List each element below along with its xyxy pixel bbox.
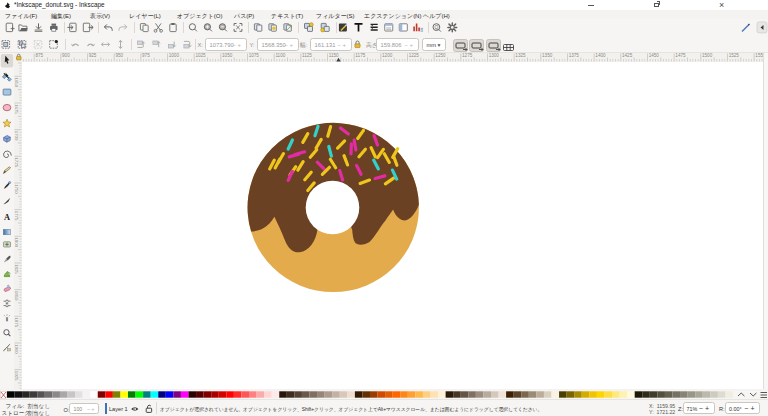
svg-text:1200: 1200 [382, 53, 393, 58]
svg-text:1325: 1325 [515, 53, 526, 58]
svg-text:1375: 1375 [569, 53, 580, 58]
svg-text:A: A [4, 213, 10, 222]
svg-text:1675: 1675 [14, 104, 19, 114]
svg-text:1925: 1925 [14, 371, 19, 381]
svg-text:1275: 1275 [462, 53, 473, 58]
svg-text:1775: 1775 [14, 211, 19, 221]
svg-text:975: 975 [142, 53, 150, 58]
svg-text:925: 925 [89, 53, 97, 58]
svg-text:1250: 1250 [435, 53, 446, 58]
svg-text:1475: 1475 [675, 53, 686, 58]
svg-text:1825: 1825 [14, 264, 19, 274]
svg-text:1400: 1400 [595, 53, 606, 58]
svg-text:875: 875 [35, 53, 43, 58]
svg-text:1350: 1350 [542, 53, 553, 58]
svg-text:900: 900 [62, 53, 70, 58]
svg-text:1125: 1125 [302, 53, 312, 58]
svg-text:1300: 1300 [489, 53, 500, 58]
svg-text:1425: 1425 [622, 53, 633, 58]
svg-text:1900: 1900 [14, 344, 19, 354]
svg-text:950: 950 [115, 53, 123, 58]
svg-text:1000: 1000 [169, 53, 180, 58]
svg-text:1150: 1150 [329, 53, 339, 58]
svg-text:1525: 1525 [729, 53, 740, 58]
svg-text:1875: 1875 [14, 317, 19, 327]
svg-text:1225: 1225 [409, 53, 420, 58]
svg-text:1075: 1075 [249, 53, 260, 58]
svg-text:1850: 1850 [14, 291, 19, 301]
svg-text:1175: 1175 [355, 53, 365, 58]
svg-text:1025: 1025 [195, 53, 206, 58]
svg-text:1500: 1500 [702, 53, 713, 58]
svg-text:1650: 1650 [14, 78, 19, 88]
svg-text:1725: 1725 [14, 157, 19, 167]
svg-text:1700: 1700 [14, 131, 19, 141]
svg-text:1050: 1050 [222, 53, 233, 58]
svg-text:1450: 1450 [649, 53, 660, 58]
svg-text:1800: 1800 [14, 237, 19, 247]
svg-text:1100: 1100 [275, 53, 285, 58]
svg-text:1750: 1750 [14, 184, 19, 194]
